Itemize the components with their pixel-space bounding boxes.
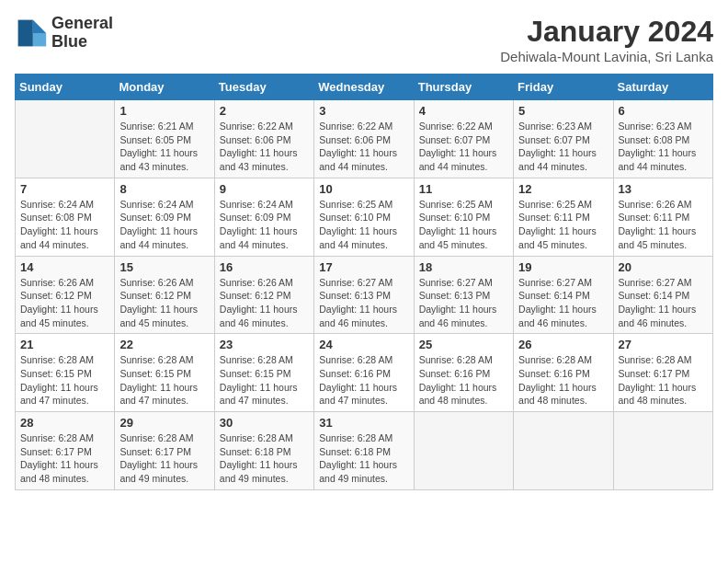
day-info: Sunrise: 6:23 AMSunset: 6:08 PMDaylight:… bbox=[619, 120, 708, 174]
calendar-week-row: 14Sunrise: 6:26 AMSunset: 6:12 PMDayligh… bbox=[16, 256, 713, 334]
calendar-cell: 31Sunrise: 6:28 AMSunset: 6:18 PMDayligh… bbox=[314, 412, 414, 490]
calendar-cell: 4Sunrise: 6:22 AMSunset: 6:07 PMDaylight… bbox=[414, 100, 513, 178]
svg-marker-2 bbox=[18, 19, 33, 46]
weekday-header: Friday bbox=[514, 75, 613, 100]
day-info: Sunrise: 6:28 AMSunset: 6:16 PMDaylight:… bbox=[518, 353, 608, 408]
day-info: Sunrise: 6:26 AMSunset: 6:12 PMDaylight:… bbox=[220, 276, 309, 330]
calendar-cell: 16Sunrise: 6:26 AMSunset: 6:12 PMDayligh… bbox=[214, 256, 313, 334]
day-number: 8 bbox=[119, 182, 209, 196]
day-number: 24 bbox=[319, 338, 408, 351]
calendar-cell: 23Sunrise: 6:28 AMSunset: 6:15 PMDayligh… bbox=[214, 334, 313, 412]
day-number: 17 bbox=[319, 260, 408, 274]
subtitle: Dehiwala-Mount Lavinia, Sri Lanka bbox=[500, 49, 713, 64]
day-number: 23 bbox=[220, 338, 309, 351]
logo-icon bbox=[15, 17, 48, 50]
day-number: 14 bbox=[20, 260, 109, 274]
day-info: Sunrise: 6:26 AMSunset: 6:12 PMDaylight:… bbox=[20, 276, 109, 330]
calendar-cell: 26Sunrise: 6:28 AMSunset: 6:16 PMDayligh… bbox=[514, 334, 613, 412]
calendar-cell: 24Sunrise: 6:28 AMSunset: 6:16 PMDayligh… bbox=[314, 334, 414, 412]
day-info: Sunrise: 6:28 AMSunset: 6:16 PMDaylight:… bbox=[419, 353, 508, 408]
day-info: Sunrise: 6:24 AMSunset: 6:09 PMDaylight:… bbox=[220, 198, 309, 252]
weekday-header: Wednesday bbox=[314, 75, 414, 100]
day-info: Sunrise: 6:25 AMSunset: 6:10 PMDaylight:… bbox=[319, 198, 408, 252]
day-number: 18 bbox=[419, 260, 508, 274]
calendar-cell: 25Sunrise: 6:28 AMSunset: 6:16 PMDayligh… bbox=[414, 334, 513, 412]
day-info: Sunrise: 6:22 AMSunset: 6:07 PMDaylight:… bbox=[419, 120, 508, 174]
day-number: 21 bbox=[20, 338, 109, 351]
day-info: Sunrise: 6:24 AMSunset: 6:08 PMDaylight:… bbox=[20, 198, 109, 252]
day-info: Sunrise: 6:27 AMSunset: 6:14 PMDaylight:… bbox=[518, 276, 608, 330]
calendar-cell: 3Sunrise: 6:22 AMSunset: 6:06 PMDaylight… bbox=[314, 100, 414, 178]
day-info: Sunrise: 6:27 AMSunset: 6:13 PMDaylight:… bbox=[419, 276, 508, 330]
day-info: Sunrise: 6:28 AMSunset: 6:16 PMDaylight:… bbox=[319, 353, 408, 408]
day-info: Sunrise: 6:25 AMSunset: 6:11 PMDaylight:… bbox=[518, 198, 608, 252]
svg-marker-1 bbox=[33, 33, 46, 46]
calendar-cell: 17Sunrise: 6:27 AMSunset: 6:13 PMDayligh… bbox=[314, 256, 414, 334]
calendar-cell bbox=[613, 412, 712, 490]
calendar-week-row: 21Sunrise: 6:28 AMSunset: 6:15 PMDayligh… bbox=[16, 334, 713, 412]
day-number: 31 bbox=[319, 416, 408, 430]
day-number: 15 bbox=[119, 260, 209, 274]
calendar-cell: 30Sunrise: 6:28 AMSunset: 6:18 PMDayligh… bbox=[214, 412, 313, 490]
day-info: Sunrise: 6:27 AMSunset: 6:13 PMDaylight:… bbox=[319, 276, 408, 330]
weekday-header-row: SundayMondayTuesdayWednesdayThursdayFrid… bbox=[16, 75, 713, 100]
calendar-cell: 18Sunrise: 6:27 AMSunset: 6:13 PMDayligh… bbox=[414, 256, 513, 334]
day-info: Sunrise: 6:28 AMSunset: 6:15 PMDaylight:… bbox=[119, 353, 209, 408]
day-info: Sunrise: 6:28 AMSunset: 6:15 PMDaylight:… bbox=[220, 353, 309, 408]
day-info: Sunrise: 6:28 AMSunset: 6:17 PMDaylight:… bbox=[619, 353, 708, 408]
day-number: 6 bbox=[619, 104, 708, 118]
logo-text: General Blue bbox=[51, 15, 113, 52]
calendar-cell: 2Sunrise: 6:22 AMSunset: 6:06 PMDaylight… bbox=[214, 100, 313, 178]
weekday-header: Sunday bbox=[16, 75, 115, 100]
calendar-cell: 6Sunrise: 6:23 AMSunset: 6:08 PMDaylight… bbox=[613, 100, 712, 178]
weekday-header: Thursday bbox=[414, 75, 513, 100]
calendar-cell: 21Sunrise: 6:28 AMSunset: 6:15 PMDayligh… bbox=[16, 334, 115, 412]
calendar-cell: 14Sunrise: 6:26 AMSunset: 6:12 PMDayligh… bbox=[16, 256, 115, 334]
day-number: 9 bbox=[220, 182, 309, 196]
weekday-header: Monday bbox=[115, 75, 214, 100]
day-info: Sunrise: 6:28 AMSunset: 6:18 PMDaylight:… bbox=[220, 431, 309, 486]
day-number: 1 bbox=[119, 104, 209, 118]
calendar-cell: 20Sunrise: 6:27 AMSunset: 6:14 PMDayligh… bbox=[613, 256, 712, 334]
day-number: 28 bbox=[20, 416, 109, 430]
day-info: Sunrise: 6:28 AMSunset: 6:15 PMDaylight:… bbox=[20, 353, 109, 408]
day-number: 4 bbox=[419, 104, 508, 118]
day-number: 16 bbox=[220, 260, 309, 274]
title-block: January 2024 Dehiwala-Mount Lavinia, Sri… bbox=[500, 15, 713, 64]
logo: General Blue bbox=[15, 15, 113, 52]
calendar-cell: 19Sunrise: 6:27 AMSunset: 6:14 PMDayligh… bbox=[514, 256, 613, 334]
day-number: 11 bbox=[419, 182, 508, 196]
calendar-cell: 29Sunrise: 6:28 AMSunset: 6:17 PMDayligh… bbox=[115, 412, 214, 490]
calendar-cell: 28Sunrise: 6:28 AMSunset: 6:17 PMDayligh… bbox=[16, 412, 115, 490]
day-number: 26 bbox=[518, 338, 608, 351]
calendar-week-row: 28Sunrise: 6:28 AMSunset: 6:17 PMDayligh… bbox=[16, 412, 713, 490]
day-info: Sunrise: 6:28 AMSunset: 6:18 PMDaylight:… bbox=[319, 431, 408, 486]
day-number: 2 bbox=[220, 104, 309, 118]
calendar-cell bbox=[514, 412, 613, 490]
day-number: 12 bbox=[518, 182, 608, 196]
day-info: Sunrise: 6:26 AMSunset: 6:11 PMDaylight:… bbox=[619, 198, 708, 252]
day-number: 3 bbox=[319, 104, 408, 118]
day-info: Sunrise: 6:27 AMSunset: 6:14 PMDaylight:… bbox=[619, 276, 708, 330]
day-number: 30 bbox=[220, 416, 309, 430]
calendar-cell bbox=[414, 412, 513, 490]
day-number: 20 bbox=[619, 260, 708, 274]
calendar-cell: 9Sunrise: 6:24 AMSunset: 6:09 PMDaylight… bbox=[214, 178, 313, 256]
calendar-cell: 8Sunrise: 6:24 AMSunset: 6:09 PMDaylight… bbox=[115, 178, 214, 256]
day-number: 29 bbox=[119, 416, 209, 430]
svg-marker-0 bbox=[33, 19, 46, 32]
calendar-cell: 1Sunrise: 6:21 AMSunset: 6:05 PMDaylight… bbox=[115, 100, 214, 178]
day-info: Sunrise: 6:21 AMSunset: 6:05 PMDaylight:… bbox=[119, 120, 209, 174]
calendar-cell: 11Sunrise: 6:25 AMSunset: 6:10 PMDayligh… bbox=[414, 178, 513, 256]
weekday-header: Tuesday bbox=[214, 75, 313, 100]
day-number: 22 bbox=[119, 338, 209, 351]
calendar-cell: 10Sunrise: 6:25 AMSunset: 6:10 PMDayligh… bbox=[314, 178, 414, 256]
month-title: January 2024 bbox=[500, 15, 713, 49]
calendar-cell: 7Sunrise: 6:24 AMSunset: 6:08 PMDaylight… bbox=[16, 178, 115, 256]
day-info: Sunrise: 6:28 AMSunset: 6:17 PMDaylight:… bbox=[20, 431, 109, 486]
calendar-cell: 22Sunrise: 6:28 AMSunset: 6:15 PMDayligh… bbox=[115, 334, 214, 412]
weekday-header: Saturday bbox=[613, 75, 712, 100]
day-number: 19 bbox=[518, 260, 608, 274]
calendar-week-row: 7Sunrise: 6:24 AMSunset: 6:08 PMDaylight… bbox=[16, 178, 713, 256]
day-info: Sunrise: 6:26 AMSunset: 6:12 PMDaylight:… bbox=[119, 276, 209, 330]
